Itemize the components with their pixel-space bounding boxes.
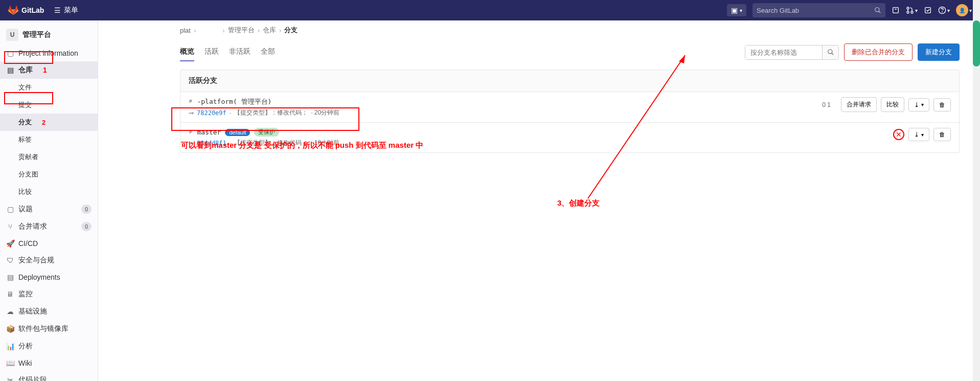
delete-merged-branches-button[interactable]: 删除已合并的分支: [844, 43, 913, 61]
book-icon: 📖: [6, 359, 14, 367]
sidebar-item-label: 议题: [18, 205, 33, 214]
create-new-button[interactable]: ▣ ▾: [727, 4, 746, 16]
gitlab-logo[interactable]: GitLab: [8, 5, 44, 15]
tab-inactive[interactable]: 非活跃: [229, 43, 250, 61]
sidebar-item-label: 软件包与镜像库: [18, 324, 69, 333]
merge-count-badge: 0: [81, 222, 92, 231]
download-icon: ⤓: [914, 131, 919, 138]
chevron-down-icon: ▾: [915, 8, 918, 13]
svg-point-9: [942, 12, 943, 12]
menu-button[interactable]: ☰ 菜单: [54, 6, 78, 15]
issues-icon: ▢: [6, 205, 14, 213]
chevron-down-icon: ▾: [921, 102, 924, 107]
sidebar-item-label: 分析: [18, 342, 33, 351]
deploy-icon: ▤: [6, 273, 14, 281]
search-input[interactable]: [757, 7, 874, 14]
project-header[interactable]: U 管理平台: [0, 25, 98, 45]
scrollbar-thumb[interactable]: [973, 20, 980, 66]
repository-icon: ▤: [6, 66, 14, 74]
branch-filter-input[interactable]: [745, 46, 822, 59]
branch-row: ᵖ -platform( 管理平台) ⊸ 78220e9f · 【提交类型】：修…: [180, 92, 960, 123]
menu-label: 菜单: [64, 6, 78, 15]
sidebar-item-files[interactable]: 文件: [0, 79, 98, 96]
breadcrumb: plat› › 管理平台› 仓库› 分支: [180, 26, 960, 35]
sidebar-item-repository[interactable]: ▤ 仓库 1: [0, 61, 98, 79]
chevron-down-icon: ▾: [969, 8, 972, 13]
branch-tabs: 概览 活跃 非活跃 全部: [180, 43, 275, 61]
scrollbar-track[interactable]: [973, 0, 980, 381]
info-icon: ▢: [6, 49, 14, 57]
issues-icon[interactable]: [892, 6, 900, 14]
hamburger-icon: ☰: [54, 6, 61, 14]
chevron-down-icon: ▾: [921, 132, 924, 138]
sidebar-item-commits[interactable]: 提交: [0, 96, 98, 114]
merge-requests-icon[interactable]: ▾: [906, 6, 918, 14]
svg-point-0: [875, 8, 879, 12]
sidebar-item-label: 分支: [18, 118, 32, 127]
sidebar-item-project-info[interactable]: ▢ Project information: [0, 45, 98, 61]
sidebar-item-label: Wiki: [18, 359, 32, 367]
branch-divergence: 0 1: [822, 101, 831, 108]
sidebar-item-label: 安全与合规: [18, 256, 54, 265]
svg-rect-2: [893, 8, 899, 13]
sidebar-item-tags[interactable]: 标签: [0, 131, 98, 148]
sidebar-item-packages[interactable]: 📦 软件包与镜像库: [0, 320, 98, 338]
trash-icon: 🗑: [939, 131, 945, 138]
annotation-text-protected: 可以看到master 分支是 受保护的，所以不能 push 到代码至 maste…: [181, 141, 423, 150]
sidebar-item-monitor[interactable]: 🖥 监控: [0, 285, 98, 303]
sidebar-item-label: 仓库: [18, 65, 33, 75]
sidebar-item-snippets[interactable]: ✂ 代码片段: [0, 371, 98, 381]
tab-active[interactable]: 活跃: [204, 43, 219, 61]
sidebar-item-merge-requests[interactable]: ⑂ 合并请求 0: [0, 218, 98, 235]
annotation-number-1: 1: [43, 66, 47, 74]
sidebar-item-issues[interactable]: ▢ 议题 0: [0, 200, 98, 218]
breadcrumb-item[interactable]: 仓库: [263, 26, 276, 35]
branch-icon: ᵖ: [189, 128, 193, 137]
chevron-down-icon: ▾: [947, 8, 950, 13]
search-icon[interactable]: [874, 7, 881, 14]
commit-message: 【提交类型】：修改代码；: [234, 108, 308, 117]
trash-icon: 🗑: [939, 101, 945, 108]
branch-name[interactable]: master: [197, 128, 221, 136]
sidebar-item-security[interactable]: 🛡 安全与合规: [0, 252, 98, 269]
sidebar-item-label: 文件: [18, 83, 32, 92]
svg-point-4: [907, 7, 909, 9]
sidebar-item-compare[interactable]: 比较: [0, 183, 98, 200]
package-icon: 📦: [6, 325, 14, 333]
sidebar-item-label: 基础设施: [18, 307, 47, 316]
gitlab-logo-icon: [8, 5, 18, 15]
merge-icon: ⑂: [6, 222, 14, 231]
commit-hash[interactable]: 78220e9f: [197, 109, 226, 117]
breadcrumb-item[interactable]: 管理平台: [228, 26, 255, 35]
chart-icon: 📊: [6, 342, 14, 350]
branch-filter-search-button[interactable]: [822, 46, 838, 59]
tab-overview[interactable]: 概览: [180, 43, 194, 61]
help-button[interactable]: ▾: [938, 6, 950, 14]
download-icon: ⤓: [914, 101, 919, 108]
sidebar: U 管理平台 ▢ Project information ▤ 仓库 1 文件 提…: [0, 20, 98, 381]
sidebar-item-infrastructure[interactable]: ☁ 基础设施: [0, 303, 98, 320]
shield-icon: 🛡: [6, 256, 14, 264]
user-menu[interactable]: 👤 ▾: [956, 4, 972, 16]
download-button[interactable]: ⤓ ▾: [908, 128, 929, 141]
breadcrumb-item[interactable]: plat: [180, 27, 191, 34]
new-branch-button[interactable]: 新建分支: [918, 43, 960, 61]
sidebar-item-label: Project information: [18, 49, 78, 57]
delete-branch-button[interactable]: 🗑: [933, 128, 951, 141]
sidebar-item-cicd[interactable]: 🚀 CI/CD: [0, 235, 98, 252]
chevron-down-icon: ▾: [740, 8, 742, 13]
branch-name[interactable]: -platform( 管理平台): [197, 97, 271, 106]
delete-branch-button[interactable]: 🗑: [933, 98, 951, 111]
merge-request-button[interactable]: 合并请求: [841, 97, 877, 112]
sidebar-item-graph[interactable]: 分支图: [0, 166, 98, 183]
sidebar-item-wiki[interactable]: 📖 Wiki: [0, 355, 98, 371]
tab-all[interactable]: 全部: [261, 43, 275, 61]
sidebar-item-analytics[interactable]: 📊 分析: [0, 338, 98, 355]
download-button[interactable]: ⤓ ▾: [908, 98, 929, 111]
search-box[interactable]: [753, 3, 885, 17]
sidebar-item-deployments[interactable]: ▤ Deployments: [0, 269, 98, 285]
sidebar-item-contributors[interactable]: 贡献者: [0, 148, 98, 166]
sidebar-item-branches[interactable]: 分支 2: [0, 114, 98, 131]
compare-button[interactable]: 比较: [881, 97, 904, 112]
todo-icon[interactable]: [924, 6, 932, 14]
